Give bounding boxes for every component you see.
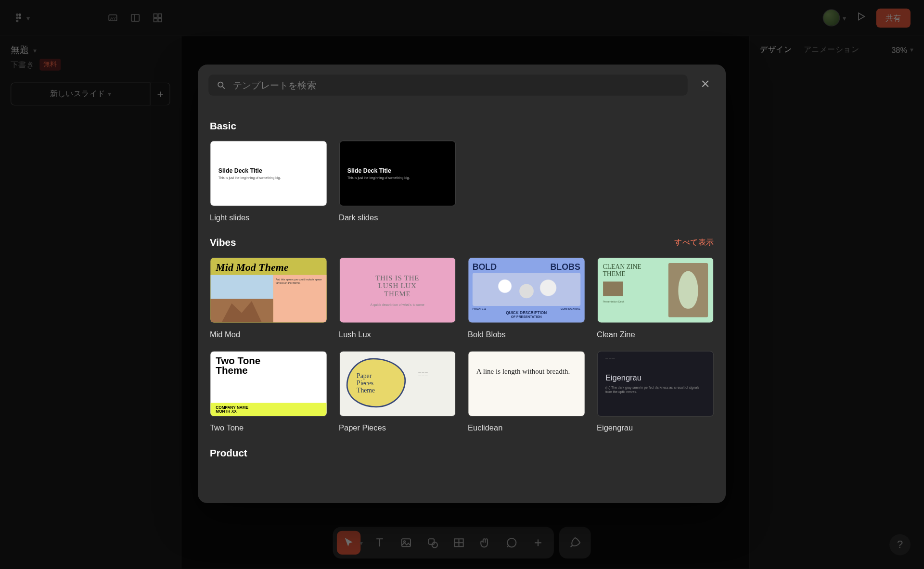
thumbnail: PaperPiecesTheme — — —— — — — [339, 351, 456, 417]
search-input[interactable] — [233, 80, 680, 90]
template-euclidean[interactable]: · · · · · A line is length without bread… — [468, 351, 585, 432]
template-modal: Basic Slide Deck Title This is just the … — [198, 64, 726, 503]
template-dark-slides[interactable]: Slide Deck Title This is just the beginn… — [339, 140, 456, 222]
thumbnail: BOLDBLOBS PRIVATE &CONFIDENTIAL QUICK DE… — [468, 257, 585, 323]
search-field-wrap[interactable] — [208, 75, 687, 96]
template-clean-zine[interactable]: CLEAN ZINETHEME Presentation Deck Clean … — [597, 257, 714, 339]
thumbnail: THIS IS THE LUSH LUX THEME A quick descr… — [339, 257, 456, 323]
section-vibes: Vibes — [210, 237, 236, 248]
show-all-vibes[interactable]: すべて表示 — [674, 237, 714, 248]
thumbnail: Two ToneTheme COMPANY NAMEMONTH XX — [210, 351, 327, 417]
template-label: Paper Pieces — [339, 423, 456, 432]
template-label: Eigengrau — [597, 423, 714, 432]
section-basic: Basic — [210, 120, 236, 131]
close-button[interactable] — [695, 74, 715, 97]
template-label: Euclidean — [468, 423, 585, 432]
template-label: Lush Lux — [339, 329, 456, 339]
svg-point-25 — [218, 82, 223, 87]
template-label: Mid Mod — [210, 329, 327, 339]
thumbnail: Slide Deck Title This is just the beginn… — [210, 140, 327, 206]
template-two-tone[interactable]: Two ToneTheme COMPANY NAMEMONTH XX Two T… — [210, 351, 327, 432]
close-icon — [699, 78, 711, 90]
template-eigengrau[interactable]: — — — Eigengrau (n.) The dark gray seen … — [597, 351, 714, 432]
template-label: Two Tone — [210, 423, 327, 432]
svg-line-26 — [223, 86, 225, 88]
template-paper-pieces[interactable]: PaperPiecesTheme — — —— — — Paper Pieces — [339, 351, 456, 432]
template-lush-lux[interactable]: THIS IS THE LUSH LUX THEME A quick descr… — [339, 257, 456, 339]
template-label: Dark slides — [339, 213, 456, 222]
thumbnail: CLEAN ZINETHEME Presentation Deck — [597, 257, 714, 323]
template-mid-mod[interactable]: Mid Mod Theme And this space you could i… — [210, 257, 327, 339]
thumbnail: · · · · · A line is length without bread… — [468, 351, 585, 417]
template-label: Light slides — [210, 213, 327, 222]
template-light-slides[interactable]: Slide Deck Title This is just the beginn… — [210, 140, 327, 222]
template-label: Clean Zine — [597, 329, 714, 339]
section-product: Product — [210, 447, 247, 458]
thumbnail: — — — Eigengrau (n.) The dark gray seen … — [597, 351, 714, 417]
thumbnail: Slide Deck Title This is just the beginn… — [339, 140, 456, 206]
template-bold-blobs[interactable]: BOLDBLOBS PRIVATE &CONFIDENTIAL QUICK DE… — [468, 257, 585, 339]
template-label: Bold Blobs — [468, 329, 585, 339]
thumbnail: Mid Mod Theme And this space you could i… — [210, 257, 327, 323]
search-icon — [217, 80, 227, 90]
